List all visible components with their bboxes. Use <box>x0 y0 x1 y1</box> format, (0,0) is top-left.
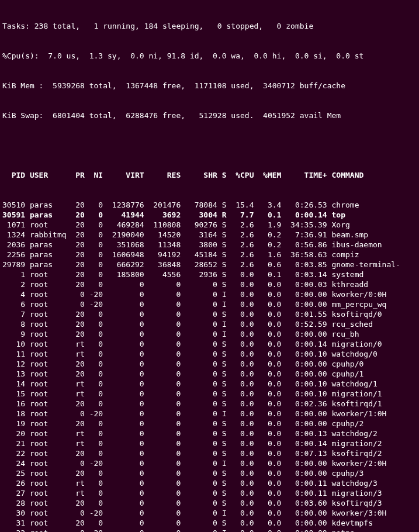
process-row: 2256 paras 20 0 1606948 94192 45184 S 2.… <box>2 250 417 260</box>
process-row: 2036 paras 20 0 351068 11348 3800 S 2.6 … <box>2 240 417 250</box>
process-row: 8 root 20 0 0 0 0 I 0.0 0.0 0:52.59 rcu_… <box>2 319 417 329</box>
process-row: 9 root 20 0 0 0 0 I 0.0 0.0 0:00.00 rcu_… <box>2 329 417 339</box>
process-row: 7 root 20 0 0 0 0 S 0.0 0.0 0:01.55 ksof… <box>2 309 417 319</box>
process-row: 27 root rt 0 0 0 0 S 0.0 0.0 0:00.11 mig… <box>2 488 417 498</box>
blank-line <box>2 140 417 150</box>
process-row: 21 root rt 0 0 0 0 S 0.0 0.0 0:00.14 mig… <box>2 438 417 448</box>
process-row: 29789 paras 20 0 666292 36848 28652 S 2.… <box>2 260 417 270</box>
process-row: 1071 root 20 0 469284 110808 90276 S 2.6… <box>2 220 417 230</box>
process-row: 13 root 20 0 0 0 0 S 0.0 0.0 0:00.00 cpu… <box>2 369 417 379</box>
process-row: 14 root rt 0 0 0 0 S 0.0 0.0 0:00.10 wat… <box>2 379 417 389</box>
process-row: 32 root 0 -20 0 0 0 I 0.0 0.0 0:00.00 ne… <box>2 528 417 532</box>
process-row: 4 root 0 -20 0 0 0 I 0.0 0.0 0:00.00 kwo… <box>2 289 417 299</box>
process-table: 30510 paras 20 0 1238776 201476 78084 S … <box>2 200 417 532</box>
column-header: PID USER PR NI VIRT RES SHR S %CPU %MEM … <box>2 170 417 180</box>
process-row: 1 root 20 0 185800 4556 2936 S 0.0 0.1 0… <box>2 270 417 279</box>
process-row: 22 root 20 0 0 0 0 S 0.0 0.0 0:07.13 kso… <box>2 448 417 458</box>
process-row: 2 root 20 0 0 0 0 S 0.0 0.0 0:00.03 kthr… <box>2 279 417 289</box>
process-row: 6 root 0 -20 0 0 0 I 0.0 0.0 0:00.00 mm_… <box>2 299 417 309</box>
process-row: 10 root rt 0 0 0 0 S 0.0 0.0 0:00.14 mig… <box>2 339 417 349</box>
process-row: 18 root 0 -20 0 0 0 I 0.0 0.0 0:00.00 kw… <box>2 409 417 419</box>
process-row: 11 root rt 0 0 0 0 S 0.0 0.0 0:00.10 wat… <box>2 349 417 359</box>
process-row: 31 root 20 0 0 0 0 S 0.0 0.0 0:00.00 kde… <box>2 518 417 528</box>
mem-line: KiB Mem : 5939268 total, 1367448 free, 1… <box>2 81 417 91</box>
cpu-line: %Cpu(s): 7.0 us, 1.3 sy, 0.0 ni, 91.8 id… <box>2 51 417 61</box>
process-row: 12 root 20 0 0 0 0 S 0.0 0.0 0:00.00 cpu… <box>2 359 417 369</box>
swap-line: KiB Swap: 6801404 total, 6288476 free, 5… <box>2 110 417 120</box>
process-row: 25 root 20 0 0 0 0 S 0.0 0.0 0:00.00 cpu… <box>2 468 417 478</box>
process-row: 28 root 20 0 0 0 0 S 0.0 0.0 0:03.60 kso… <box>2 498 417 508</box>
process-row: 26 root rt 0 0 0 0 S 0.0 0.0 0:00.11 wat… <box>2 478 417 488</box>
process-row: 30 root 0 -20 0 0 0 I 0.0 0.0 0:00.00 kw… <box>2 508 417 518</box>
process-row: 15 root rt 0 0 0 0 S 0.0 0.0 0:00.10 mig… <box>2 389 417 399</box>
process-row: 16 root 20 0 0 0 0 S 0.0 0.0 0:02.36 kso… <box>2 399 417 409</box>
terminal[interactable]: Tasks: 238 total, 1 running, 184 sleepin… <box>0 0 419 532</box>
tasks-line: Tasks: 238 total, 1 running, 184 sleepin… <box>2 21 417 31</box>
process-row: 19 root 20 0 0 0 0 S 0.0 0.0 0:00.00 cpu… <box>2 419 417 429</box>
process-row: 1324 rabbitmq 20 0 2190040 14520 3164 S … <box>2 230 417 240</box>
process-row: 30510 paras 20 0 1238776 201476 78084 S … <box>2 200 417 210</box>
process-row: 30591 paras 20 0 41944 3692 3004 R 7.7 0… <box>2 210 417 220</box>
process-row: 20 root rt 0 0 0 0 S 0.0 0.0 0:00.13 wat… <box>2 429 417 438</box>
process-row: 24 root 0 -20 0 0 0 I 0.0 0.0 0:00.00 kw… <box>2 458 417 468</box>
